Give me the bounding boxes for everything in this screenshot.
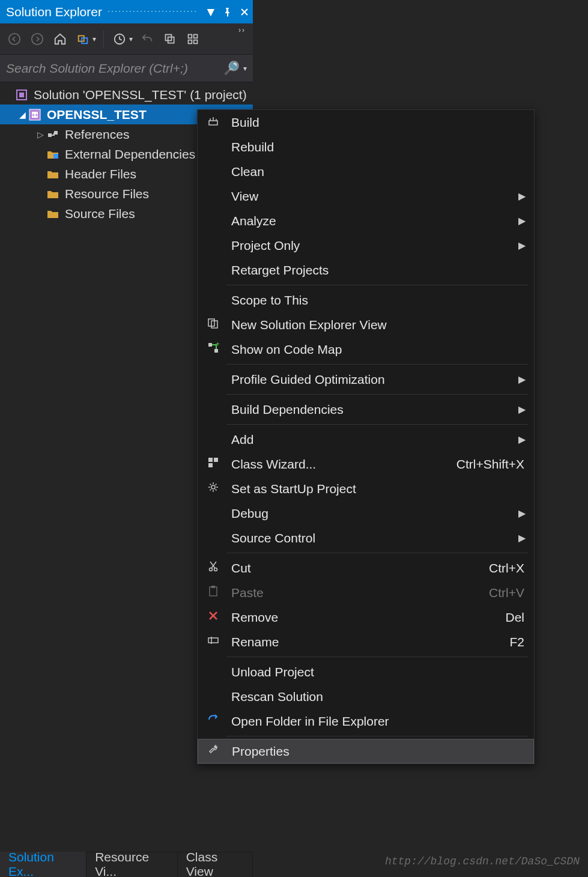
svg-rect-32: [211, 586, 215, 588]
menu-item-source-control[interactable]: Source Control▶: [198, 526, 534, 550]
chevron-right-icon: ▶: [518, 190, 526, 202]
menu-item-properties[interactable]: Properties: [198, 739, 534, 763]
menu-item-rename[interactable]: RenameF2: [198, 630, 534, 654]
menu-shortcut: Ctrl+V: [489, 586, 524, 600]
svg-rect-33: [208, 638, 218, 643]
menu-item-build[interactable]: Build: [198, 110, 534, 135]
search-bar: 🔍 ▾: [0, 55, 253, 82]
separator: [226, 285, 528, 285]
solution-icon: [14, 88, 29, 102]
history-icon[interactable]: [109, 28, 130, 50]
menu-item-scope-to-this[interactable]: Scope to This: [198, 288, 534, 312]
menu-label: Source Control: [231, 531, 524, 545]
open-folder-icon: [205, 714, 222, 729]
project-label: OPENSSL_TEST: [47, 108, 147, 122]
undo-icon[interactable]: [136, 28, 158, 50]
show-all-icon[interactable]: [182, 28, 204, 50]
menu-label: Rename: [231, 635, 509, 649]
tab-label: Resource Vi...: [95, 850, 168, 877]
code-map-icon: +: [205, 342, 222, 357]
menu-item-profile-guided-optimization[interactable]: Profile Guided Optimization▶: [198, 367, 534, 392]
pin-icon[interactable]: [219, 0, 236, 23]
menu-item-project-only[interactable]: Project Only▶: [198, 233, 534, 258]
tab-class-view[interactable]: Class View: [178, 852, 253, 877]
menu-item-analyze[interactable]: Analyze▶: [198, 208, 534, 233]
caret-down-icon[interactable]: ▾: [129, 35, 135, 43]
chevron-right-icon: ▶: [518, 215, 526, 226]
collapse-all-icon[interactable]: [159, 28, 181, 50]
svg-rect-16: [48, 133, 52, 137]
menu-label: Build Dependencies: [231, 402, 524, 417]
menu-item-set-as-startup-project[interactable]: Set as StartUp Project: [198, 476, 534, 501]
forward-icon[interactable]: [26, 28, 48, 50]
search-icon[interactable]: 🔍: [223, 61, 240, 76]
menu-item-rescan-solution[interactable]: Rescan Solution: [198, 684, 534, 709]
menu-label: Open Folder in File Explorer: [231, 714, 524, 729]
close-icon[interactable]: [236, 0, 253, 23]
title-bar: Solution Explorer ▼: [0, 0, 253, 23]
menu-label: Cut: [231, 561, 489, 575]
menu-item-build-dependencies[interactable]: Build Dependencies▶: [198, 397, 534, 422]
separator: [226, 553, 528, 553]
tab-resource-view[interactable]: Resource Vi...: [86, 852, 177, 877]
separator: [226, 364, 528, 365]
menu-item-open-folder-in-file-explorer[interactable]: Open Folder in File Explorer: [198, 709, 534, 733]
svg-point-29: [210, 568, 213, 571]
svg-rect-22: [208, 343, 212, 347]
separator: [226, 736, 528, 736]
search-input[interactable]: [6, 61, 220, 76]
tab-solution-explorer[interactable]: Solution Ex...: [0, 852, 86, 877]
separator: [226, 394, 528, 395]
menu-item-show-on-code-map[interactable]: +Show on Code Map: [198, 337, 534, 362]
expander-collapse-icon[interactable]: ◢: [17, 110, 28, 120]
svg-rect-23: [214, 349, 218, 353]
title-grip[interactable]: [107, 10, 198, 14]
home-icon[interactable]: [49, 28, 71, 50]
watermark: http://blog.csdn.net/DaSo_CSDN: [385, 855, 580, 867]
back-icon[interactable]: [4, 28, 25, 50]
separator: [226, 424, 528, 425]
paste-icon: [205, 585, 222, 600]
menu-item-remove[interactable]: RemoveDel: [198, 605, 534, 630]
menu-item-retarget-projects[interactable]: Retarget Projects: [198, 258, 534, 282]
menu-item-clean[interactable]: Clean: [198, 159, 534, 184]
dropdown-icon[interactable]: ▼: [202, 0, 219, 23]
menu-shortcut: Ctrl+Shift+X: [456, 457, 524, 472]
chevron-right-icon: ▶: [518, 508, 526, 519]
chevron-right-icon: ▶: [518, 374, 526, 385]
class-wizard-icon: [205, 457, 222, 472]
menu-shortcut: F2: [509, 635, 524, 649]
solution-node[interactable]: Solution 'OPENSSL_TEST' (1 project): [0, 85, 253, 105]
svg-text:+: +: [216, 342, 219, 348]
menu-item-view[interactable]: View▶: [198, 184, 534, 208]
caret-down-icon[interactable]: ▾: [92, 35, 99, 43]
expander-expand-icon[interactable]: ▷: [35, 130, 46, 139]
menu-label: View: [231, 189, 524, 204]
node-label: External Dependencies: [65, 147, 195, 162]
references-icon: [46, 127, 60, 142]
menu-item-class-wizard[interactable]: Class Wizard...Ctrl+Shift+X: [198, 452, 534, 476]
svg-point-28: [211, 485, 215, 489]
build-icon: [205, 115, 222, 130]
menu-item-debug[interactable]: Debug▶: [198, 501, 534, 526]
tab-label: Solution Ex...: [8, 850, 77, 877]
menu-item-unload-project[interactable]: Unload Project: [198, 660, 534, 684]
menu-item-paste: PasteCtrl+V: [198, 580, 534, 605]
menu-label: Scope to This: [231, 293, 524, 308]
gear-icon: [205, 481, 222, 496]
overflow-icon[interactable]: ››: [238, 26, 249, 34]
menu-item-rebuild[interactable]: Rebuild: [198, 135, 534, 159]
folder-icon: [46, 187, 60, 201]
menu-label: Build: [231, 115, 524, 130]
menu-label: Clean: [231, 165, 524, 179]
menu-shortcut: Del: [505, 610, 524, 625]
menu-item-new-solution-explorer-view[interactable]: New Solution Explorer View: [198, 312, 534, 337]
sync-icon[interactable]: [72, 28, 94, 50]
svg-point-30: [214, 568, 217, 571]
menu-label: New Solution Explorer View: [231, 318, 524, 332]
remove-icon: [205, 610, 222, 625]
menu-item-add[interactable]: Add▶: [198, 427, 534, 452]
node-label: Resource Files: [65, 187, 149, 201]
caret-down-icon[interactable]: ▾: [243, 64, 247, 73]
menu-item-cut[interactable]: CutCtrl+X: [198, 556, 534, 580]
